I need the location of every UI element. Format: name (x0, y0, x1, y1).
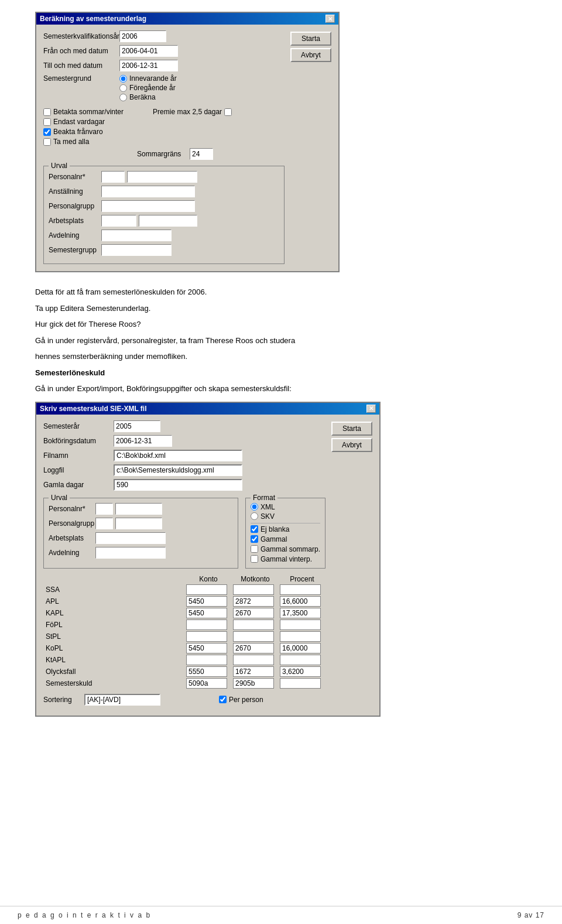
urval-personalgrupp-input[interactable] (101, 200, 195, 212)
sommargrans-input[interactable] (190, 148, 213, 160)
check-premie[interactable]: Premie max 2,5 dagar (153, 108, 232, 116)
motkonto-input-7[interactable] (233, 666, 274, 677)
row-label-8: Semesterskuld (43, 677, 185, 689)
motkonto-input-8[interactable] (233, 678, 274, 689)
konto-input-0[interactable] (186, 584, 227, 595)
d2-format-xml[interactable]: XML (251, 503, 320, 511)
d2-check-gammal[interactable]: Gammal (251, 535, 320, 543)
d2-semesterar-input[interactable] (114, 420, 160, 432)
check-betakta[interactable]: Betakta sommar/vinter (43, 108, 124, 116)
d2-check-gammal-vinterp[interactable]: Gammal vinterp. (251, 555, 320, 563)
d2-check-gammal-sommarp[interactable]: Gammal sommarp. (251, 545, 320, 553)
d2-per-person-check[interactable]: Per person (219, 696, 263, 704)
procent-input-4[interactable] (280, 631, 321, 642)
semestergrund-innevarande[interactable]: Innevarande år (119, 74, 177, 83)
konto-input-4[interactable] (186, 631, 227, 642)
dialog-berakning: Beräkning av semesterunderlag ✕ Semester… (35, 12, 340, 272)
d2-bokforingsdatum-input[interactable] (114, 435, 172, 447)
d2-bokforingsdatum-row: Bokföringsdatum (43, 435, 325, 447)
motkonto-input-3[interactable] (233, 620, 274, 630)
d2-filnamn-input[interactable] (114, 450, 242, 461)
semestergrund-berakna[interactable]: Beräkna (119, 93, 177, 101)
procent-input-6[interactable] (280, 655, 321, 665)
dialog1-close-btn[interactable]: ✕ (325, 15, 335, 23)
d2-filnamn-row: Filnamn (43, 450, 325, 461)
procent-input-8[interactable] (280, 678, 321, 689)
to-input[interactable] (119, 60, 178, 71)
d2-personalgrupp-input1[interactable] (95, 518, 113, 529)
procent-input-7[interactable] (280, 666, 321, 677)
urval-anstallning-input[interactable] (101, 186, 195, 197)
d2-gamla-dagar-input[interactable] (114, 479, 242, 491)
motkonto-input-1[interactable] (233, 596, 274, 607)
procent-input-3[interactable] (280, 620, 321, 630)
urval-avdelning-label: Avdelning (49, 231, 101, 239)
motkonto-input-2[interactable] (233, 608, 274, 618)
row-konto-2 (185, 607, 232, 619)
dialog1-starta-btn[interactable]: Starta (290, 32, 331, 46)
motkonto-input-5[interactable] (233, 643, 274, 653)
urval-personalnr-input1[interactable] (101, 171, 125, 183)
urval-arbetsplats-input1[interactable] (101, 215, 136, 227)
table-row: KtAPL (43, 654, 325, 666)
row-procent-4 (279, 631, 325, 642)
d2-urval-title: Urval (49, 494, 70, 502)
d2-format-skv[interactable]: SKV (251, 512, 320, 521)
row-label-3: FöPL (43, 619, 185, 631)
urval-avdelning: Avdelning (49, 230, 279, 241)
d2-arbetsplats-input[interactable] (95, 532, 166, 544)
urval-semestergrupp: Semestergrupp (49, 244, 279, 256)
d2-sortering-input[interactable] (84, 694, 160, 706)
check-ta-med[interactable]: Ta med alla (43, 138, 124, 146)
semestergrund-foregaende[interactable]: Föregående år (119, 84, 177, 92)
konto-input-1[interactable] (186, 596, 227, 607)
d2-urval-groupbox: Urval Personalnr* Personalgrupp (43, 498, 238, 569)
urval-semestergrupp-label: Semestergrupp (49, 246, 101, 254)
konto-input-2[interactable] (186, 608, 227, 618)
urval-personalnr-input2[interactable] (127, 171, 197, 183)
row-procent-0 (279, 584, 325, 596)
check-beakta[interactable]: Beakta frånvaro (43, 128, 124, 136)
check-endast[interactable]: Endast vardagar (43, 118, 124, 126)
d2-arbetsplats-label: Arbetsplats (49, 534, 95, 542)
urval-personalgrupp-label: Personalgrupp (49, 202, 101, 210)
row-motkonto-5 (232, 642, 279, 654)
urval-arbetsplats-input2[interactable] (139, 215, 197, 227)
from-row: Från och med datum (43, 45, 285, 57)
dialog2-close-btn[interactable]: ✕ (366, 405, 376, 413)
konto-input-5[interactable] (186, 643, 227, 653)
from-input[interactable] (119, 45, 178, 57)
dialog2-starta-btn[interactable]: Starta (331, 422, 372, 436)
d2-urval-avdelning: Avdelning (49, 547, 233, 559)
procent-input-5[interactable] (280, 643, 321, 653)
d2-personalgrupp-input2[interactable] (115, 518, 162, 529)
d2-personalnr-input2[interactable] (115, 503, 162, 515)
motkonto-input-0[interactable] (233, 584, 274, 595)
procent-input-1[interactable] (280, 596, 321, 607)
d2-loggfil-input[interactable] (114, 464, 242, 476)
konto-input-6[interactable] (186, 655, 227, 665)
urval-semestergrupp-input[interactable] (101, 244, 172, 256)
d2-check-ej-blanka[interactable]: Ej blanka (251, 525, 320, 533)
body-text-section: Detta för att få fram semesterlöneskulde… (35, 286, 527, 395)
urval-personalnr-label: Personalnr* (49, 173, 101, 181)
semesterkvalifikationsaar-input[interactable] (119, 30, 166, 42)
col-konto-header: Konto (185, 574, 232, 584)
procent-input-0[interactable] (280, 584, 321, 595)
dialog2-avbryt-btn[interactable]: Avbryt (331, 438, 372, 452)
procent-input-2[interactable] (280, 608, 321, 618)
d2-sortering-label: Sortering (43, 696, 84, 704)
d2-avdelning-input[interactable] (95, 547, 166, 559)
konto-input-3[interactable] (186, 620, 227, 630)
motkonto-input-6[interactable] (233, 655, 274, 665)
urval-avdelning-input[interactable] (101, 230, 172, 241)
d2-personalnr-input1[interactable] (95, 503, 113, 515)
dialog1-avbryt-btn[interactable]: Avbryt (290, 48, 331, 62)
motkonto-input-4[interactable] (233, 631, 274, 642)
row-konto-1 (185, 596, 232, 607)
konto-input-8[interactable] (186, 678, 227, 689)
row-motkonto-2 (232, 607, 279, 619)
konto-input-7[interactable] (186, 666, 227, 677)
row-konto-6 (185, 654, 232, 666)
row-motkonto-8 (232, 677, 279, 689)
